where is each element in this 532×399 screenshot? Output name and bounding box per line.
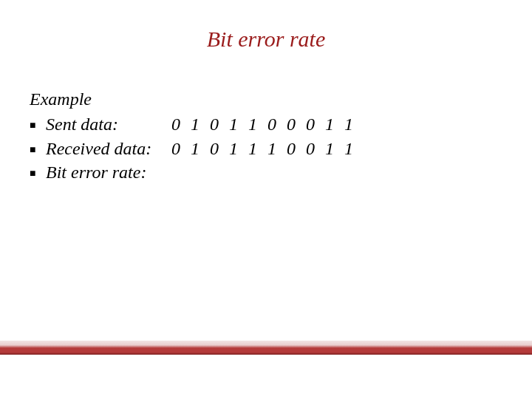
- bullet-item-sent: ■ Sent data: 0 1 0 1 1 0 0 0 1 1: [30, 112, 502, 136]
- sent-data-value: 0 1 0 1 1 0 0 0 1 1: [171, 112, 356, 136]
- square-bullet-icon: ■: [30, 143, 46, 157]
- slide-body: Example ■ Sent data: 0 1 0 1 1 0 0 0 1 1…: [30, 87, 502, 185]
- footer-divider: [0, 340, 532, 355]
- sent-data-label: Sent data:: [46, 112, 171, 136]
- slide-title: Bit error rate: [0, 27, 532, 52]
- example-heading: Example: [30, 87, 502, 111]
- received-data-value: 0 1 0 1 1 1 0 0 1 1: [171, 137, 356, 160]
- square-bullet-icon: ■: [30, 119, 46, 133]
- square-bullet-icon: ■: [30, 167, 46, 181]
- received-data-label: Received data:: [46, 137, 171, 160]
- ber-label: Bit error rate:: [46, 160, 171, 184]
- bullet-item-received: ■ Received data: 0 1 0 1 1 1 0 0 1 1: [30, 137, 502, 160]
- bullet-item-ber: ■ Bit error rate:: [30, 160, 502, 184]
- slide: Bit error rate Example ■ Sent data: 0 1 …: [0, 0, 532, 399]
